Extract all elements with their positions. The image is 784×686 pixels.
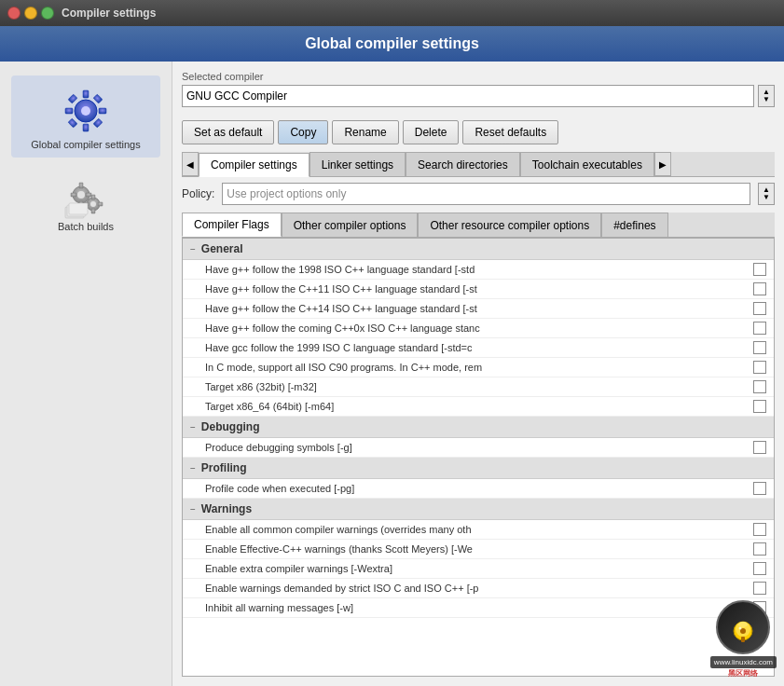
svg-rect-2 [83, 90, 89, 98]
compiler-section: Selected compiler GNU GCC Compiler ▲ ▼ [182, 71, 775, 113]
policy-spinner[interactable]: ▲ ▼ [758, 183, 775, 205]
flag-checkbox[interactable] [753, 302, 766, 315]
flag-group-general: − General [183, 239, 774, 260]
titlebar: Compiler settings [0, 0, 784, 26]
flag-text: Enable extra compiler warnings [-Wextra] [205, 563, 559, 574]
sub-tab-defines[interactable]: #defines [601, 213, 667, 237]
collapse-debugging-btn[interactable]: − [190, 422, 196, 432]
close-button[interactable] [7, 7, 21, 20]
flag-checkbox[interactable] [753, 282, 766, 295]
svg-rect-8 [68, 118, 77, 128]
tab-nav-right[interactable]: ▶ [654, 152, 671, 176]
sidebar: Global compiler settings [0, 62, 172, 686]
flag-item: Enable all common compiler warnings (ove… [183, 520, 774, 540]
svg-point-11 [77, 191, 85, 199]
flag-checkbox[interactable] [753, 562, 766, 575]
collapse-general-btn[interactable]: − [190, 244, 196, 254]
flag-text: Enable warnings demanded by strict ISO C… [205, 583, 559, 594]
svg-rect-24 [69, 203, 88, 214]
compiler-select[interactable]: GNU GCC Compiler [182, 85, 754, 107]
flag-group-name: Profiling [201, 461, 247, 474]
flag-text: Inhibit all warning messages [-w] [205, 602, 559, 613]
flag-checkbox[interactable] [753, 482, 766, 495]
titlebar-title: Compiler settings [62, 7, 156, 20]
svg-point-1 [81, 106, 90, 116]
flag-checkbox[interactable] [753, 361, 766, 374]
svg-rect-12 [79, 183, 83, 188]
copy-button[interactable]: Copy [278, 120, 328, 144]
flag-text: Have gcc follow the 1999 ISO C language … [205, 342, 559, 353]
flag-text: Target x86_64 (64bit) [-m64] [205, 401, 559, 412]
policy-select[interactable]: Use project options only [222, 183, 750, 205]
tab-linker-settings[interactable]: Linker settings [309, 152, 406, 176]
svg-rect-21 [98, 202, 103, 206]
sidebar-item-global-compiler[interactable]: Global compiler settings [11, 75, 160, 158]
svg-rect-30 [741, 637, 745, 642]
flag-checkbox[interactable] [753, 322, 766, 335]
collapse-profiling-btn[interactable]: − [190, 463, 196, 473]
svg-rect-18 [91, 195, 95, 199]
delete-button[interactable]: Delete [403, 120, 460, 144]
collapse-warnings-btn[interactable]: − [190, 504, 196, 514]
tab-nav-left[interactable]: ◀ [182, 152, 199, 176]
svg-rect-19 [91, 209, 95, 213]
flag-text: Enable all common compiler warnings (ove… [205, 524, 559, 535]
flag-text: In C mode, support all ISO C90 programs.… [205, 362, 559, 373]
content-area: Global compiler settings [0, 62, 784, 686]
flag-item: Inhibit all warning messages [-w] [183, 598, 774, 618]
svg-rect-9 [93, 118, 103, 128]
svg-point-27 [738, 622, 748, 627]
right-panel: Selected compiler GNU GCC Compiler ▲ ▼ S… [172, 62, 784, 686]
flag-item: Target x86_64 (64bit) [-m64] [183, 397, 774, 417]
button-row: Set as default Copy Rename Delete Reset … [182, 120, 775, 144]
flag-text: Produce debugging symbols [-g] [205, 442, 559, 453]
svg-rect-6 [68, 94, 77, 103]
compiler-spinner[interactable]: ▲ ▼ [758, 85, 775, 107]
flag-checkbox[interactable] [753, 542, 766, 556]
selected-compiler-label: Selected compiler [182, 71, 775, 82]
watermark-icon [726, 611, 760, 644]
sub-tab-other-compiler-options[interactable]: Other compiler options [282, 213, 419, 237]
flag-text: Have g++ follow the C++11 ISO C++ langua… [205, 283, 559, 295]
flag-checkbox[interactable] [753, 582, 766, 595]
flag-group-name: Warnings [201, 502, 252, 515]
flag-checkbox[interactable] [753, 263, 766, 276]
flag-text: Have g++ follow the 1998 ISO C++ languag… [205, 264, 559, 275]
flags-content[interactable]: − General Have g++ follow the 1998 ISO C… [182, 238, 775, 677]
sub-tab-compiler-flags[interactable]: Compiler Flags [182, 213, 282, 237]
tab-compiler-settings[interactable]: Compiler settings [199, 153, 309, 177]
svg-rect-5 [99, 108, 106, 114]
rename-button[interactable]: Rename [332, 120, 398, 144]
window-header: Global compiler settings [0, 26, 784, 62]
tab-toolchain-executables[interactable]: Toolchain executables [520, 152, 654, 176]
policy-row: Policy: Use project options only ▲ ▼ [182, 183, 775, 205]
sub-tab-other-resource-compiler-options[interactable]: Other resource compiler options [418, 213, 601, 237]
set-as-default-button[interactable]: Set as default [182, 120, 274, 144]
titlebar-buttons [7, 7, 54, 20]
flag-text: Profile code when executed [-pg] [205, 483, 559, 494]
flag-item: Have g++ follow the C++14 ISO C++ langua… [183, 299, 774, 319]
watermark-text: www.linuxidc.com [710, 656, 777, 668]
svg-rect-3 [83, 124, 89, 131]
flag-checkbox[interactable] [753, 523, 766, 536]
flag-item: Profile code when executed [-pg] [183, 479, 774, 499]
maximize-button[interactable] [41, 7, 54, 20]
flag-checkbox[interactable] [753, 341, 766, 354]
flag-item: Have g++ follow the C++11 ISO C++ langua… [183, 280, 774, 299]
flag-group-name: General [201, 242, 243, 255]
flag-checkbox[interactable] [753, 380, 766, 393]
reset-defaults-button[interactable]: Reset defaults [462, 120, 558, 144]
minimize-button[interactable] [24, 7, 37, 20]
flag-item: Enable extra compiler warnings [-Wextra] [183, 559, 774, 579]
flag-checkbox[interactable] [753, 441, 766, 454]
svg-rect-4 [65, 108, 73, 114]
flag-group-warnings: − Warnings [183, 499, 774, 520]
sub-tabs: Compiler Flags Other compiler options Ot… [182, 213, 775, 238]
flag-checkbox[interactable] [753, 400, 766, 413]
flag-item: Have gcc follow the 1999 ISO C language … [183, 338, 774, 358]
sidebar-item-batch-builds[interactable]: Batch builds [11, 167, 160, 240]
watermark-text2: 黑区网络 [728, 668, 758, 679]
flag-item: Target x86 (32bit) [-m32] [183, 377, 774, 397]
tab-search-directories[interactable]: Search directories [406, 152, 520, 176]
flag-text: Have g++ follow the coming C++0x ISO C++… [205, 322, 559, 334]
